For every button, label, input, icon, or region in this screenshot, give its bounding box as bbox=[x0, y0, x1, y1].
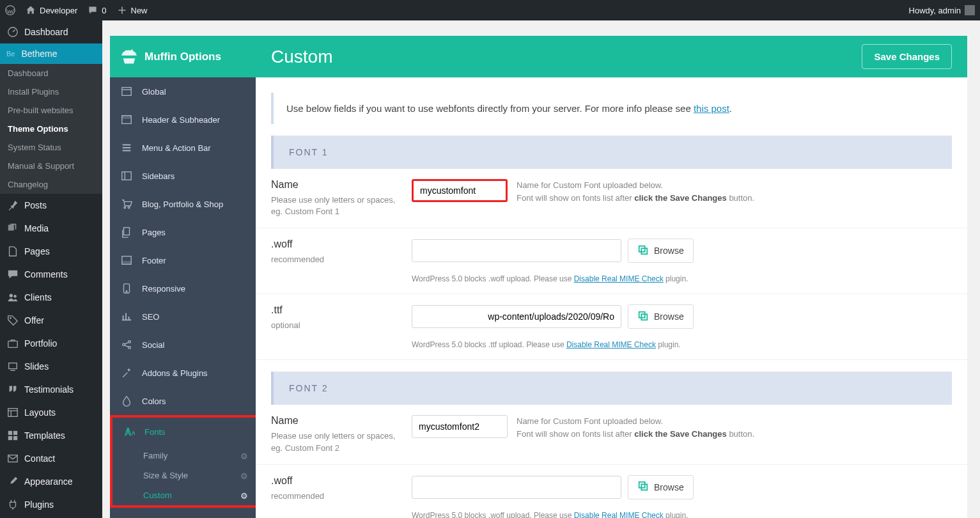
svg-point-28 bbox=[128, 347, 131, 349]
field-font2-woff: .woff recommended Browse WordPress 5.0 b… bbox=[256, 465, 967, 518]
opt-addons[interactable]: Addons & Plugins bbox=[110, 359, 256, 387]
gear-icon: ⚙ bbox=[240, 491, 248, 500]
window-icon bbox=[120, 85, 133, 98]
header-icon bbox=[120, 113, 133, 126]
svg-rect-32 bbox=[641, 314, 647, 320]
site-name: Developer bbox=[40, 6, 77, 15]
menu-testimonials[interactable]: Testimonials bbox=[0, 378, 102, 401]
mime-link[interactable]: Disable Real MIME Check bbox=[574, 274, 664, 283]
note-font2-woff: WordPress 5.0 blocks .woff upload. Pleas… bbox=[412, 511, 952, 518]
be-icon: Be bbox=[6, 50, 15, 58]
svg-point-20 bbox=[128, 207, 130, 208]
submenu-system-status[interactable]: System Status bbox=[0, 138, 102, 157]
svg-rect-29 bbox=[639, 246, 645, 252]
input-font2-name[interactable] bbox=[412, 415, 508, 438]
menu-clients[interactable]: Clients bbox=[0, 286, 102, 309]
admin-bar: Developer 0 New Howdy, admin bbox=[0, 0, 980, 20]
opt-menu[interactable]: Menu & Action Bar bbox=[110, 134, 256, 162]
menu-layouts[interactable]: Layouts bbox=[0, 401, 102, 424]
slides-icon bbox=[6, 360, 19, 373]
opt-fonts-custom[interactable]: Custom⚙ bbox=[113, 485, 256, 505]
menu-templates[interactable]: Templates bbox=[0, 424, 102, 447]
users-icon bbox=[6, 291, 19, 304]
opt-fonts-size[interactable]: Size & Style⚙ bbox=[113, 466, 256, 485]
share-icon bbox=[120, 338, 133, 351]
opt-fonts[interactable]: Fonts bbox=[113, 418, 256, 446]
upload-icon bbox=[637, 310, 649, 324]
help-font2-name: Name for Custom Font uploaded below. Fon… bbox=[517, 415, 754, 440]
opt-header[interactable]: Header & Subheader bbox=[110, 106, 256, 134]
svg-point-25 bbox=[126, 291, 127, 292]
opt-sidebars[interactable]: Sidebars bbox=[110, 162, 256, 190]
menu-posts[interactable]: Posts bbox=[0, 194, 102, 217]
page-header: Custom Save Changes bbox=[256, 36, 967, 77]
tag-icon bbox=[6, 314, 19, 327]
briefcase-icon bbox=[6, 337, 19, 350]
field-font1-ttf: .ttf optional Browse WordPress 5.0 block… bbox=[256, 294, 967, 360]
menu-contact[interactable]: Contact bbox=[0, 447, 102, 470]
submenu-changelog[interactable]: Changelog bbox=[0, 175, 102, 194]
page-title: Custom bbox=[271, 47, 332, 67]
wp-logo[interactable] bbox=[5, 5, 15, 15]
options-page: Custom Save Changes Use below fields if … bbox=[256, 36, 967, 518]
svg-point-26 bbox=[123, 343, 125, 346]
input-font1-ttf[interactable] bbox=[412, 305, 621, 328]
submenu-theme-options[interactable]: Theme Options bbox=[0, 120, 102, 138]
submenu-manual[interactable]: Manual & Support bbox=[0, 157, 102, 175]
menu-portfolio[interactable]: Portfolio bbox=[0, 332, 102, 355]
browse-font1-ttf-button[interactable]: Browse bbox=[628, 304, 694, 329]
svg-rect-17 bbox=[122, 116, 131, 119]
browse-font2-woff-button[interactable]: Browse bbox=[628, 475, 694, 499]
gear-icon: ⚙ bbox=[240, 471, 248, 480]
menu-betheme[interactable]: BeBetheme bbox=[0, 43, 102, 64]
muffin-brand: Muffin Options bbox=[110, 36, 256, 77]
comments-bubble[interactable]: 0 bbox=[88, 5, 106, 15]
site-home[interactable]: Developer bbox=[26, 5, 77, 15]
svg-rect-33 bbox=[639, 482, 645, 488]
svg-point-14 bbox=[132, 49, 133, 51]
chart-icon bbox=[120, 310, 133, 323]
submenu-dashboard[interactable]: Dashboard bbox=[0, 64, 102, 82]
input-font1-name[interactable] bbox=[412, 179, 508, 202]
font-icon bbox=[123, 425, 136, 438]
submenu-prebuilt[interactable]: Pre-built websites bbox=[0, 101, 102, 120]
new-content[interactable]: New bbox=[117, 5, 148, 15]
menu-offer[interactable]: Offer bbox=[0, 309, 102, 332]
comment-icon bbox=[6, 268, 19, 281]
svg-point-2 bbox=[10, 294, 13, 297]
menu-plugins[interactable]: Plugins bbox=[0, 493, 102, 516]
input-font1-woff[interactable] bbox=[412, 239, 621, 262]
opt-responsive[interactable]: Responsive bbox=[110, 274, 256, 302]
gear-icon: ⚙ bbox=[240, 451, 248, 460]
menu-appearance[interactable]: Appearance bbox=[0, 470, 102, 493]
save-changes-button[interactable]: Save Changes bbox=[862, 44, 952, 69]
new-label: New bbox=[131, 6, 148, 15]
opt-footer[interactable]: Footer bbox=[110, 246, 256, 274]
quote-icon bbox=[6, 383, 19, 396]
svg-rect-9 bbox=[13, 431, 17, 435]
mime-link[interactable]: Disable Real MIME Check bbox=[566, 340, 656, 349]
drop-icon bbox=[120, 395, 133, 407]
input-font2-woff[interactable] bbox=[412, 476, 621, 499]
opt-social[interactable]: Social bbox=[110, 331, 256, 359]
info-link[interactable]: this post bbox=[694, 103, 729, 114]
opt-global[interactable]: Global bbox=[110, 77, 256, 106]
submenu-install-plugins[interactable]: Install Plugins bbox=[0, 82, 102, 101]
menu-pages[interactable]: Pages bbox=[0, 240, 102, 263]
browse-font1-woff-button[interactable]: Browse bbox=[628, 239, 694, 263]
opt-blog[interactable]: Blog, Portfolio & Shop bbox=[110, 190, 256, 218]
opt-seo[interactable]: SEO bbox=[110, 302, 256, 331]
mobile-icon bbox=[120, 282, 133, 295]
menu-media[interactable]: Media bbox=[0, 217, 102, 240]
opt-fonts-family[interactable]: Family⚙ bbox=[113, 446, 256, 466]
menu-dashboard[interactable]: Dashboard bbox=[0, 20, 102, 43]
opt-colors[interactable]: Colors bbox=[110, 387, 256, 415]
svg-rect-23 bbox=[122, 262, 131, 265]
mime-link[interactable]: Disable Real MIME Check bbox=[574, 511, 664, 518]
opt-pages[interactable]: Pages bbox=[110, 218, 256, 246]
howdy-user[interactable]: Howdy, admin bbox=[909, 5, 975, 15]
menu-slides[interactable]: Slides bbox=[0, 355, 102, 378]
dashboard-icon bbox=[6, 26, 19, 38]
menu-comments[interactable]: Comments bbox=[0, 263, 102, 286]
upload-icon bbox=[637, 244, 649, 258]
